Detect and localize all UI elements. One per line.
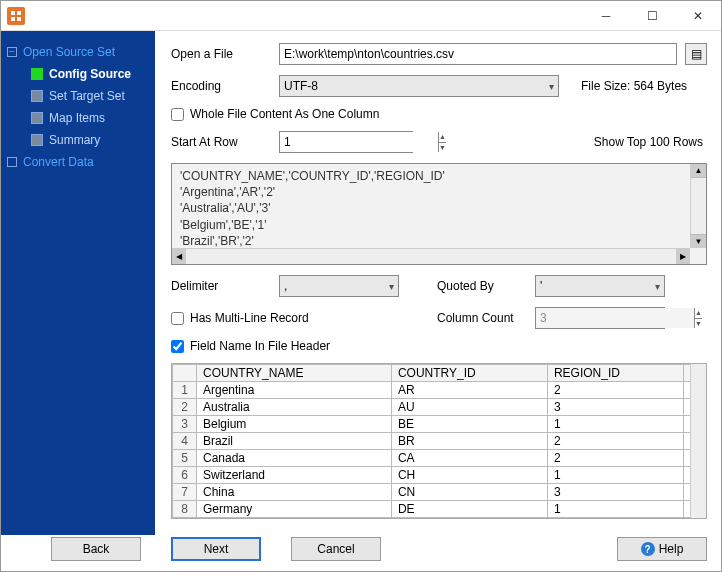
sidebar-top-open-source[interactable]: −Open Source Set [1, 41, 155, 63]
table-cell[interactable]: 1 [547, 416, 683, 433]
table-cell[interactable]: Australia [197, 399, 392, 416]
sidebar-item-summary[interactable]: Summary [1, 129, 155, 151]
table-cell[interactable]: BR [391, 433, 547, 450]
whole-file-check-input[interactable] [171, 108, 184, 121]
multi-line-checkbox[interactable]: Has Multi-Line Record [171, 311, 309, 325]
col-count-spinner: ▲▼ [535, 307, 665, 329]
column-header[interactable]: COUNTRY_NAME [197, 365, 392, 382]
table-row[interactable]: 7ChinaCN3 [173, 484, 706, 501]
table-cell[interactable]: CH [391, 467, 547, 484]
whole-file-checkbox[interactable]: Whole File Content As One Column [171, 107, 379, 121]
table-cell[interactable]: 2 [547, 433, 683, 450]
svg-rect-0 [11, 11, 15, 15]
table-cell[interactable]: BE [391, 416, 547, 433]
row-number: 1 [173, 382, 197, 399]
table-cell[interactable]: 3 [547, 484, 683, 501]
table-row[interactable]: 5CanadaCA2 [173, 450, 706, 467]
quoted-by-select[interactable]: ' ▾ [535, 275, 665, 297]
minimize-button[interactable]: ─ [583, 1, 629, 31]
file-preview: 'COUNTRY_NAME','COUNTRY_ID','REGION_ID''… [171, 163, 707, 265]
table-cell[interactable]: CA [391, 450, 547, 467]
file-size-label: File Size: 564 Bytes [581, 79, 687, 93]
preview-line: 'Brazil','BR','2' [180, 233, 698, 249]
table-cell[interactable]: Argentina [197, 382, 392, 399]
preview-vscroll[interactable]: ▲▼ [690, 164, 706, 248]
quoted-by-label: Quoted By [437, 279, 527, 293]
multi-line-check-input[interactable] [171, 312, 184, 325]
whole-file-check-label: Whole File Content As One Column [190, 107, 379, 121]
table-cell[interactable]: Brazil [197, 433, 392, 450]
start-row-spinner[interactable]: ▲▼ [279, 131, 413, 153]
table-row[interactable]: 2AustraliaAU3 [173, 399, 706, 416]
chevron-down-icon: ▾ [549, 81, 554, 92]
svg-rect-2 [11, 17, 15, 21]
maximize-button[interactable]: ☐ [629, 1, 675, 31]
file-path-input[interactable] [279, 43, 677, 65]
row-number: 5 [173, 450, 197, 467]
field-header-check-input[interactable] [171, 340, 184, 353]
table-cell[interactable]: Canada [197, 450, 392, 467]
preview-line: 'Australia','AU','3' [180, 200, 698, 216]
table-cell[interactable]: AU [391, 399, 547, 416]
chevron-down-icon: ▾ [389, 281, 394, 292]
sidebar-item-config-source[interactable]: Config Source [1, 63, 155, 85]
sidebar-item-set-target[interactable]: Set Target Set [1, 85, 155, 107]
row-number: 4 [173, 433, 197, 450]
data-table: COUNTRY_NAMECOUNTRY_IDREGION_ID 1Argenti… [172, 364, 706, 518]
wizard-footer: Back Next Cancel ?Help [1, 535, 721, 571]
table-corner [173, 365, 197, 382]
row-number: 2 [173, 399, 197, 416]
data-table-wrap: COUNTRY_NAMECOUNTRY_IDREGION_ID 1Argenti… [171, 363, 707, 519]
svg-rect-1 [17, 11, 21, 15]
column-header[interactable]: COUNTRY_ID [391, 365, 547, 382]
browse-file-button[interactable]: ▤ [685, 43, 707, 65]
next-button[interactable]: Next [171, 537, 261, 561]
row-number: 6 [173, 467, 197, 484]
svg-rect-3 [17, 17, 21, 21]
delimiter-select[interactable]: , ▾ [279, 275, 399, 297]
help-icon: ? [641, 542, 655, 556]
table-cell[interactable]: Germany [197, 501, 392, 518]
start-row-input[interactable] [280, 132, 438, 152]
table-cell[interactable]: CN [391, 484, 547, 501]
close-button[interactable]: ✕ [675, 1, 721, 31]
table-cell[interactable]: 1 [547, 467, 683, 484]
table-cell[interactable]: AR [391, 382, 547, 399]
spin-down-icon[interactable]: ▼ [439, 143, 446, 153]
chevron-down-icon: ▾ [655, 281, 660, 292]
encoding-value: UTF-8 [284, 79, 318, 93]
column-header[interactable]: REGION_ID [547, 365, 683, 382]
table-row[interactable]: 4BrazilBR2 [173, 433, 706, 450]
spin-down-icon: ▼ [695, 319, 702, 329]
sidebar-top-convert-data[interactable]: Convert Data [1, 151, 155, 173]
cancel-button[interactable]: Cancel [291, 537, 381, 561]
table-cell[interactable]: 1 [547, 501, 683, 518]
table-cell[interactable]: DE [391, 501, 547, 518]
row-number: 7 [173, 484, 197, 501]
table-row[interactable]: 6SwitzerlandCH1 [173, 467, 706, 484]
table-row[interactable]: 3BelgiumBE1 [173, 416, 706, 433]
encoding-select[interactable]: UTF-8 ▾ [279, 75, 559, 97]
sidebar-item-map-items[interactable]: Map Items [1, 107, 155, 129]
show-top-rows-label: Show Top 100 Rows [594, 135, 703, 149]
table-cell[interactable]: 2 [547, 450, 683, 467]
field-header-checkbox[interactable]: Field Name In File Header [171, 339, 330, 353]
table-vscroll[interactable] [690, 364, 706, 518]
help-button[interactable]: ?Help [617, 537, 707, 561]
app-logo-icon [7, 7, 25, 25]
table-cell[interactable]: 3 [547, 399, 683, 416]
table-cell[interactable]: 2 [547, 382, 683, 399]
titlebar: ─ ☐ ✕ [1, 1, 721, 31]
table-cell[interactable]: Switzerland [197, 467, 392, 484]
preview-hscroll[interactable]: ◀▶ [172, 248, 690, 264]
spin-up-icon[interactable]: ▲ [439, 132, 446, 143]
preview-line: 'Belgium','BE','1' [180, 217, 698, 233]
back-button[interactable]: Back [51, 537, 141, 561]
table-cell[interactable]: Belgium [197, 416, 392, 433]
table-row[interactable]: 1ArgentinaAR2 [173, 382, 706, 399]
delimiter-label: Delimiter [171, 279, 271, 293]
table-row[interactable]: 8GermanyDE1 [173, 501, 706, 518]
delimiter-value: , [284, 279, 287, 293]
table-cell[interactable]: China [197, 484, 392, 501]
folder-icon: ▤ [691, 47, 702, 61]
